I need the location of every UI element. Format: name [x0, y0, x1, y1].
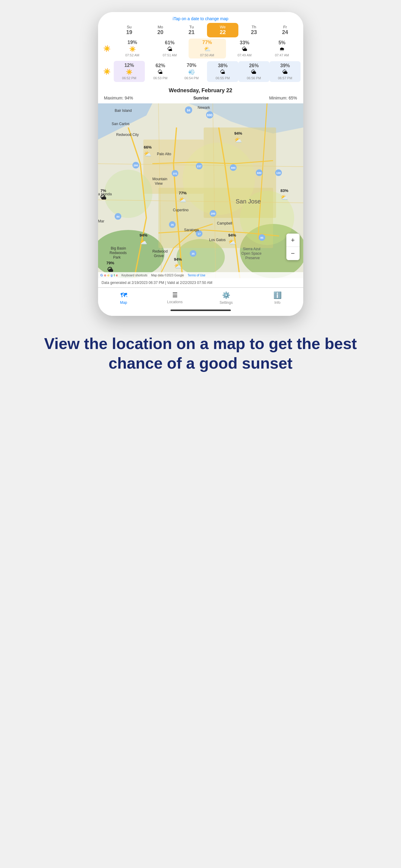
zoom-out-button[interactable]: − — [286, 247, 299, 260]
home-bar — [170, 310, 231, 311]
terms-link[interactable]: Terms of Use — [188, 274, 205, 277]
sunset-cell-fr[interactable]: 39% 🌥 06:57 PM — [269, 61, 300, 82]
map-label-left: 7% 🌥 — [101, 188, 107, 201]
phone-frame: iTap on a date to change map Su 19 Mo 20… — [98, 12, 303, 316]
tap-hint-text: iTap on a date to change map — [173, 16, 228, 21]
sunset-row: ☀️ 12% ☀️ 06:52 PM 62% 🌤 06:53 PM 70% 💨 … — [98, 60, 303, 84]
sunset-cell-we[interactable]: 38% 🌤 06:55 PM — [207, 61, 238, 82]
nav-item-locations[interactable]: ☰ Locations — [149, 290, 201, 306]
date-col-tu[interactable]: Tu 21 — [176, 23, 207, 37]
nav-label-info: Info — [274, 301, 280, 305]
stat-maximum: Maximum: 94% — [104, 96, 133, 100]
map-weather-overlay: 66% ⛅ 94% ⛅ 7% 🌥 77% ⛅ 83% ⛅ — [98, 103, 303, 278]
zoom-in-button[interactable]: + — [286, 234, 299, 247]
map-label-right: 83% ⛅ — [281, 188, 288, 201]
selected-date-label: Wednesday, February 22 — [98, 84, 303, 96]
sunset-cell-th[interactable]: 26% 🌥 06:56 PM — [238, 61, 269, 82]
list-icon: ☰ — [172, 291, 178, 299]
map-label-cupertino: 77% ⛅ — [179, 191, 187, 204]
map-label-milpitas: 94% ⛅ — [234, 131, 242, 144]
sunrise-cell-fr[interactable]: 5% 🌧 07:47 AM — [263, 39, 301, 59]
sunrise-icon: ☀️ — [101, 45, 114, 52]
sunrise-cell-mo[interactable]: 19% ☀️ 07:52 AM — [114, 38, 151, 59]
nav-label-locations: Locations — [167, 300, 182, 304]
map-container[interactable]: 880 280 237 880 680 130 101 280 35 — [98, 103, 303, 278]
map-footer: Google Keyboard shortcuts Map data ©2023… — [98, 272, 303, 278]
google-logo: Google — [101, 273, 118, 277]
sunset-cell-su[interactable]: 12% ☀️ 06:52 PM — [114, 61, 145, 82]
gear-icon: ⚙️ — [222, 291, 230, 299]
sunset-cell-tu[interactable]: 70% 💨 06:54 PM — [176, 61, 207, 82]
map-label-bottom-center: 94% ⛅ — [174, 257, 182, 270]
sunset-cell-mo[interactable]: 62% 🌤 06:53 PM — [145, 61, 176, 82]
sunset-icon: ☀️ — [101, 68, 114, 75]
zoom-controls: + − — [286, 234, 299, 260]
info-icon: ℹ️ — [274, 291, 282, 299]
keyboard-shortcuts-link[interactable]: Keyboard shortcuts — [121, 274, 147, 277]
nav-item-info[interactable]: ℹ️ Info — [252, 290, 303, 306]
map-data-text: Map data ©2023 Google — [151, 274, 184, 277]
stat-minimum: Minimum: 65% — [269, 96, 297, 100]
bottom-nav: 🗺 Map ☰ Locations ⚙️ Settings ℹ️ Info — [98, 287, 303, 307]
map-icon: 🗺 — [120, 291, 127, 299]
sunrise-cell-tu[interactable]: 61% 🌤 07:51 AM — [151, 39, 189, 59]
date-col-mo[interactable]: Mo 20 — [145, 23, 176, 37]
sunrise-cell-th[interactable]: 33% 🌥 07:49 AM — [226, 39, 263, 59]
sunrise-row: ☀️ 19% ☀️ 07:52 AM 61% 🌤 07:51 AM 77% ⛅ … — [98, 37, 303, 60]
home-indicator — [98, 307, 303, 316]
date-col-th[interactable]: Th 23 — [238, 23, 269, 37]
nav-label-map: Map — [120, 301, 127, 305]
map-label-lower-center: 94% ⛅ — [228, 233, 236, 246]
date-col-fr[interactable]: Fr 24 — [269, 23, 300, 37]
stats-row: Maximum: 94% Sunrise Minimum: 65% — [98, 96, 303, 103]
stat-center: Sunrise — [193, 96, 209, 100]
sunrise-cell-we[interactable]: 77% ⛅ 07:50 AM — [189, 38, 226, 59]
nav-label-settings: Settings — [220, 301, 233, 305]
data-generated: Data generated at 2/19/2023 06:37 PM | V… — [98, 278, 303, 287]
date-col-we[interactable]: We 22 — [207, 23, 238, 37]
map-label-lower-left: 94% ⛅ — [140, 233, 147, 246]
map-label-bottom-left: 79% 🌥 — [107, 261, 114, 274]
date-col-su[interactable]: Su 19 — [114, 23, 145, 37]
date-header: Su 19 Mo 20 Tu 21 We 22 Th 23 Fr 24 — [98, 23, 303, 37]
nav-item-map[interactable]: 🗺 Map — [98, 290, 149, 306]
bottom-promotional-text: View the location on a map to get the be… — [0, 316, 401, 385]
map-label-paloalto: 66% ⛅ — [144, 145, 152, 158]
nav-item-settings[interactable]: ⚙️ Settings — [201, 290, 252, 306]
tap-hint: iTap on a date to change map — [98, 12, 303, 23]
